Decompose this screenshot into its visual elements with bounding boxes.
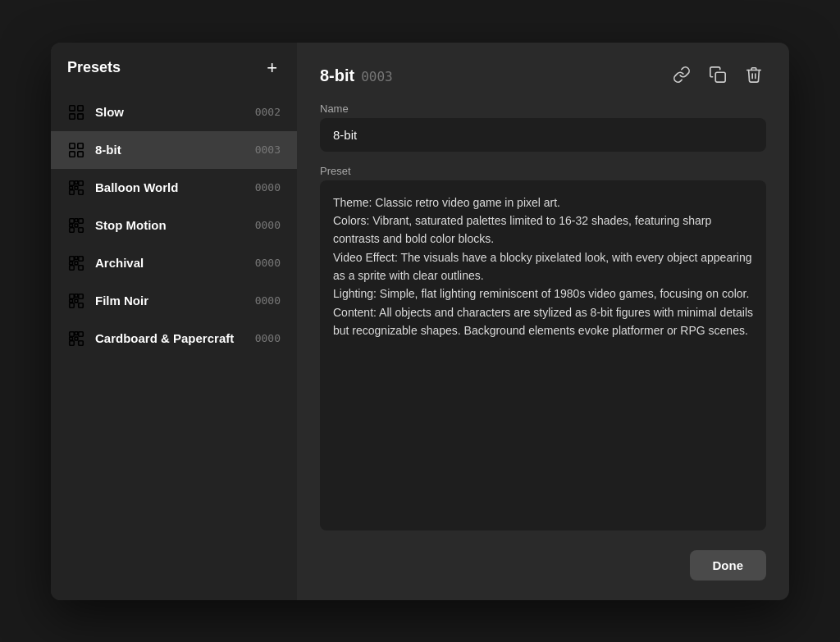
svg-rect-22 xyxy=(70,256,75,261)
sidebar-item-label-cardboard-papercraft: Cardboard & Papercraft xyxy=(95,331,245,345)
svg-rect-16 xyxy=(75,218,78,221)
main-content: 8-bit0003 xyxy=(297,43,789,600)
grid-icon xyxy=(67,141,85,159)
svg-rect-23 xyxy=(75,256,78,259)
sidebar-item-label-8bit: 8-bit xyxy=(95,143,245,157)
add-preset-button[interactable]: + xyxy=(263,59,281,77)
svg-rect-3 xyxy=(78,113,83,118)
svg-rect-2 xyxy=(70,113,75,118)
svg-rect-41 xyxy=(70,340,75,345)
sidebar-item-code-cardboard-papercraft: 0000 xyxy=(255,332,281,344)
grid-icon xyxy=(67,179,85,197)
sidebar-item-film-noir[interactable]: Film Noir 0000 xyxy=(51,282,297,320)
sidebar-item-label-slow: Slow xyxy=(95,105,245,119)
sidebar-item-label-balloon-world: Balloon World xyxy=(95,180,245,194)
name-field-container: Name xyxy=(320,102,766,152)
sidebar-header: Presets + xyxy=(51,59,297,93)
svg-rect-29 xyxy=(70,294,75,298)
svg-rect-27 xyxy=(70,265,75,270)
svg-rect-0 xyxy=(70,105,75,110)
detail-title-code: 0003 xyxy=(361,69,393,84)
svg-rect-38 xyxy=(79,331,84,336)
svg-rect-37 xyxy=(75,331,78,335)
preset-textarea[interactable]: Theme: Classic retro video game in pixel… xyxy=(320,180,766,530)
sidebar-item-code-stop-motion: 0000 xyxy=(255,219,281,231)
done-button[interactable]: Done xyxy=(690,550,767,581)
svg-rect-9 xyxy=(75,180,78,184)
svg-rect-17 xyxy=(79,218,84,223)
svg-rect-35 xyxy=(79,303,84,307)
grid-icon xyxy=(67,292,85,310)
svg-rect-40 xyxy=(75,337,78,340)
svg-rect-10 xyxy=(79,180,84,185)
svg-rect-11 xyxy=(70,186,73,189)
sidebar-item-code-8bit: 0003 xyxy=(255,143,281,156)
detail-title-container: 8-bit0003 xyxy=(320,66,393,85)
link-icon xyxy=(673,66,691,84)
sidebar-item-code-slow: 0002 xyxy=(255,106,281,118)
svg-rect-34 xyxy=(70,303,75,307)
grid-icon xyxy=(67,103,85,121)
header-actions xyxy=(669,62,766,89)
svg-rect-25 xyxy=(70,262,73,265)
svg-rect-4 xyxy=(70,143,75,148)
sidebar-item-code-archival: 0000 xyxy=(255,257,281,269)
sidebar-item-code-film-noir: 0000 xyxy=(255,294,281,307)
sidebar-title: Presets xyxy=(67,59,121,76)
svg-rect-26 xyxy=(75,262,78,265)
svg-rect-39 xyxy=(70,337,73,340)
svg-rect-7 xyxy=(78,151,83,156)
svg-rect-12 xyxy=(75,186,78,189)
svg-rect-13 xyxy=(70,189,75,194)
copy-icon xyxy=(709,66,727,84)
svg-rect-20 xyxy=(70,227,75,232)
svg-rect-18 xyxy=(70,224,73,227)
copy-button[interactable] xyxy=(705,62,730,89)
sidebar: Presets + Slow 0002 xyxy=(51,43,297,600)
svg-rect-33 xyxy=(75,299,78,303)
svg-rect-31 xyxy=(79,294,84,298)
grid-icon xyxy=(67,216,85,234)
sidebar-item-label-archival: Archival xyxy=(95,256,245,270)
svg-rect-30 xyxy=(75,294,78,297)
sidebar-item-slow[interactable]: Slow 0002 xyxy=(51,93,297,131)
svg-rect-1 xyxy=(78,105,83,110)
detail-header: 8-bit0003 xyxy=(320,62,766,89)
sidebar-item-cardboard-papercraft[interactable]: Cardboard & Papercraft 0000 xyxy=(51,320,297,357)
preset-list: Slow 0002 8-bit 0003 xyxy=(51,93,297,357)
svg-rect-5 xyxy=(78,143,83,148)
preset-field-container: Preset Theme: Classic retro video game i… xyxy=(320,165,766,530)
sidebar-item-archival[interactable]: Archival 0000 xyxy=(51,244,297,282)
svg-rect-28 xyxy=(79,265,84,270)
footer: Done xyxy=(320,544,766,581)
trash-icon xyxy=(745,66,763,84)
svg-rect-36 xyxy=(70,331,75,336)
svg-rect-24 xyxy=(79,256,84,261)
svg-rect-19 xyxy=(75,224,78,227)
grid-icon xyxy=(67,254,85,272)
link-button[interactable] xyxy=(669,62,694,89)
sidebar-item-label-film-noir: Film Noir xyxy=(95,294,245,307)
sidebar-item-code-balloon-world: 0000 xyxy=(255,181,281,194)
svg-rect-14 xyxy=(79,189,84,194)
svg-rect-6 xyxy=(70,151,75,156)
sidebar-item-8bit[interactable]: 8-bit 0003 xyxy=(51,131,297,169)
svg-rect-42 xyxy=(79,340,84,345)
modal-container: Presets + Slow 0002 xyxy=(51,43,789,600)
preset-label: Preset xyxy=(320,165,766,177)
grid-icon xyxy=(67,330,85,348)
delete-button[interactable] xyxy=(742,62,766,89)
name-label: Name xyxy=(320,102,766,115)
sidebar-item-label-stop-motion: Stop Motion xyxy=(95,218,245,232)
sidebar-item-balloon-world[interactable]: Balloon World 0000 xyxy=(51,169,297,207)
svg-rect-21 xyxy=(79,227,84,232)
name-input[interactable] xyxy=(320,118,766,152)
svg-rect-15 xyxy=(70,218,75,223)
sidebar-item-stop-motion[interactable]: Stop Motion 0000 xyxy=(51,207,297,244)
svg-rect-43 xyxy=(715,72,725,82)
svg-rect-32 xyxy=(70,299,73,303)
svg-rect-8 xyxy=(70,180,75,185)
detail-title: 8-bit xyxy=(320,66,354,84)
